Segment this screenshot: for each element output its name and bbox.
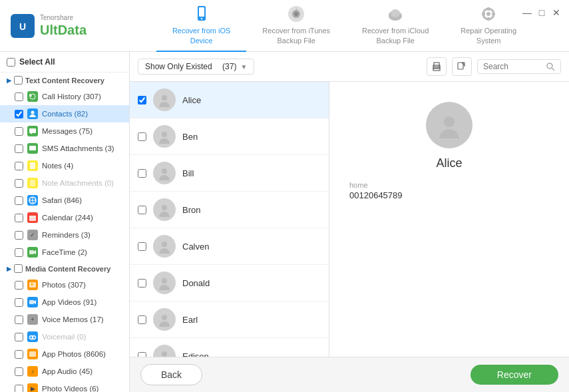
contact-row-bill[interactable]: Bill <box>130 155 329 192</box>
contacts-label: Contacts (82) <box>42 110 88 118</box>
sidebar-item-app-photos[interactable]: App Photos (8606) <box>0 345 129 363</box>
avatar-bill <box>153 162 176 184</box>
calendar-icon <box>27 212 38 223</box>
contact-checkbox-bron[interactable] <box>138 206 146 214</box>
messages-label: Messages (75) <box>42 127 93 135</box>
section-media-header[interactable]: ▶ Media Content Recovery <box>0 261 129 276</box>
app-audio-icon: ♪ <box>27 366 38 377</box>
sidebar-item-facetime[interactable]: FaceTime (2) <box>0 244 129 261</box>
tab-icloud[interactable]: Recover from iCloudBackup File <box>346 0 445 52</box>
contact-checkbox-earl[interactable] <box>138 315 146 324</box>
sidebar-item-voice-memos[interactable]: +Voice Memos (17) <box>0 311 129 328</box>
safari-label: Safari (846) <box>42 196 82 204</box>
reminders-label: Reminders (3) <box>42 231 91 239</box>
sidebar-item-reminders[interactable]: ✓Reminders (3) <box>0 226 129 244</box>
contacts-icon <box>27 108 38 119</box>
svg-rect-40 <box>29 351 36 357</box>
select-all-checkbox[interactable] <box>7 58 15 67</box>
select-all-row[interactable]: Select All <box>0 52 129 73</box>
contact-row-calven[interactable]: Calven <box>130 228 329 265</box>
avatar-calven <box>153 235 176 258</box>
main-layout: Select All ▶ Text Content Recovery Call … <box>0 52 569 392</box>
svg-point-54 <box>162 205 167 210</box>
contact-checkbox-bill[interactable] <box>138 169 146 178</box>
recover-button[interactable]: Recover <box>471 365 558 385</box>
svg-rect-42 <box>434 63 439 67</box>
detail-avatar <box>426 102 473 148</box>
svg-point-4 <box>200 18 202 19</box>
sidebar-item-photo-videos[interactable]: ▶Photo Videos (6) <box>0 380 129 392</box>
music-icon: ♪ <box>287 5 305 23</box>
section-media-arrow: ▶ <box>7 266 11 272</box>
calendar-label: Calendar (244) <box>42 214 93 222</box>
svg-point-20 <box>31 111 35 114</box>
tab-ios[interactable]: Recover from iOSDevice <box>156 0 246 52</box>
svg-rect-30 <box>29 216 36 218</box>
section-text-checkbox[interactable] <box>14 76 23 85</box>
sidebar-item-messages[interactable]: Messages (75) <box>0 122 129 140</box>
voicemail-label: Voicemail (0) <box>42 333 86 341</box>
contact-row-alice[interactable]: Alice <box>130 82 329 118</box>
close-button[interactable]: ✕ <box>552 8 561 17</box>
svg-text:U: U <box>19 21 26 32</box>
sidebar-item-voicemail[interactable]: Voicemail (0) <box>0 328 129 345</box>
sidebar-item-app-audio[interactable]: ♪App Audio (45) <box>0 363 129 380</box>
logo-area: U Tenorshare UltData <box>11 14 130 38</box>
select-all-label: Select All <box>19 57 55 67</box>
contact-row-bron[interactable]: Bron <box>130 192 329 228</box>
contact-checkbox-donald[interactable] <box>138 279 146 288</box>
svg-point-57 <box>162 315 167 320</box>
contact-name-edison: Edison <box>182 351 209 357</box>
contact-row-earl[interactable]: Earl <box>130 301 329 338</box>
sidebar-item-sms-attachments[interactable]: SMS Attachments (3) <box>0 140 129 157</box>
bottom-bar: Back Recover <box>130 357 569 392</box>
notes-label: Notes (4) <box>42 162 73 170</box>
logo-icon: U <box>11 14 35 38</box>
back-button[interactable]: Back <box>140 364 202 385</box>
sidebar-item-notes[interactable]: Notes (4) <box>0 157 129 174</box>
tab-repair-label: Repair OperatingSystem <box>461 26 516 45</box>
cloud-icon <box>386 5 405 23</box>
filter-label: Show Only Existed <box>145 62 212 71</box>
filter-dropdown[interactable]: Show Only Existed (37) ▼ <box>138 59 254 75</box>
notes-icon <box>27 160 38 171</box>
app-videos-label: App Videos (91) <box>42 298 96 306</box>
detail-avatar-icon <box>436 112 463 138</box>
svg-point-53 <box>162 168 167 174</box>
contact-checkbox-edison[interactable] <box>138 352 146 357</box>
contact-checkbox-calven[interactable] <box>138 242 146 251</box>
sidebar: Select All ▶ Text Content Recovery Call … <box>0 52 130 392</box>
voice-memos-label: Voice Memos (17) <box>42 315 104 323</box>
sidebar-item-contacts[interactable]: Contacts (82) <box>0 105 129 122</box>
sidebar-item-app-videos[interactable]: App Videos (91) <box>0 294 129 311</box>
section-text-header[interactable]: ▶ Text Content Recovery <box>0 73 129 88</box>
sidebar-item-call-history[interactable]: Call History (307) <box>0 88 129 105</box>
maximize-button[interactable]: □ <box>537 8 546 17</box>
tab-repair[interactable]: Repair OperatingSystem <box>445 0 532 52</box>
contact-row-edison[interactable]: Edison <box>130 338 329 357</box>
nav-tabs: Recover from iOSDevice ♪ Recover from iT… <box>130 0 558 52</box>
avatar-bron <box>153 198 176 221</box>
brand-name: Tenorshare <box>40 14 87 22</box>
svg-marker-36 <box>34 300 36 304</box>
contact-row-ben[interactable]: Ben <box>130 118 329 155</box>
contact-checkbox-alice[interactable] <box>138 96 146 104</box>
sidebar-item-photos[interactable]: Photos (307) <box>0 276 129 294</box>
export-button[interactable] <box>452 57 472 76</box>
minimize-button[interactable]: — <box>522 8 532 17</box>
contact-name-bron: Bron <box>182 205 200 215</box>
sidebar-item-calendar[interactable]: Calendar (244) <box>0 209 129 226</box>
tab-icloud-label: Recover from iCloudBackup File <box>362 26 429 45</box>
print-button[interactable] <box>427 57 447 76</box>
contact-row-donald[interactable]: Donald <box>130 265 329 301</box>
svg-rect-21 <box>29 128 36 133</box>
sidebar-item-safari[interactable]: Safari (846) <box>0 192 129 209</box>
section-media-checkbox[interactable] <box>14 264 23 273</box>
search-input[interactable] <box>483 62 543 71</box>
contact-checkbox-ben[interactable] <box>138 132 146 141</box>
svg-rect-16 <box>487 17 490 21</box>
tab-itunes[interactable]: ♪ Recover from iTunesBackup File <box>246 0 346 52</box>
print-icon <box>431 61 442 72</box>
svg-point-34 <box>31 284 33 286</box>
sidebar-item-note-attachments[interactable]: Note Attachments (0) <box>0 174 129 192</box>
